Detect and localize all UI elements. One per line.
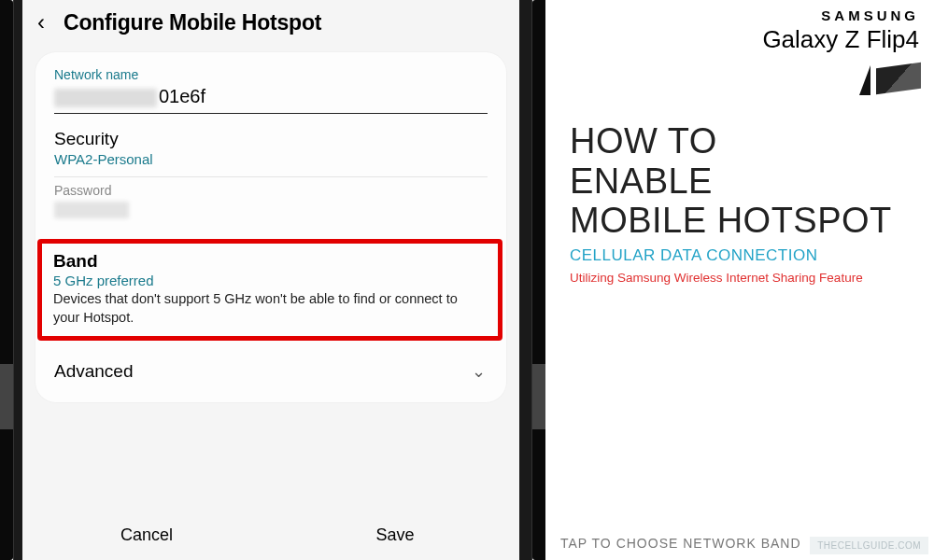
phone-illustration <box>570 65 921 95</box>
band-row-highlighted[interactable]: Band 5 GHz preferred Devices that don't … <box>37 239 502 341</box>
advanced-label: Advanced <box>54 361 134 382</box>
decoration-triangle <box>859 65 870 95</box>
phone-frame-right <box>532 0 545 560</box>
security-heading[interactable]: Security <box>54 129 488 149</box>
info-panel: SAMSUNG Galaxy Z Flip4 HOW TO ENABLE MOB… <box>560 0 934 560</box>
advanced-row[interactable]: Advanced ⌄ <box>54 348 488 397</box>
cancel-button[interactable]: Cancel <box>22 509 271 560</box>
decoration-flip <box>876 63 921 95</box>
headline-line-1: HOW TO <box>570 121 927 161</box>
subheading-red: Utilizing Samsung Wireless Internet Shar… <box>570 271 927 285</box>
chevron-down-icon: ⌄ <box>472 361 486 382</box>
headline-line-3: MOBILE HOTSPOT <box>570 201 927 241</box>
settings-header: ‹ Configure Mobile Hotspot <box>22 0 519 52</box>
page-title: Configure Mobile Hotspot <box>64 10 321 35</box>
divider <box>54 176 488 177</box>
phone-screen: ‹ Configure Mobile Hotspot Network name … <box>22 0 519 560</box>
headline-line-2: ENABLE <box>570 161 927 202</box>
save-button[interactable]: Save <box>271 509 519 560</box>
band-value: 5 GHz preferred <box>53 273 487 288</box>
back-icon[interactable]: ‹ <box>32 9 50 35</box>
brand-label: SAMSUNG <box>570 7 927 23</box>
network-name-label: Network name <box>54 67 488 82</box>
phone-frame-right-inner <box>519 0 532 560</box>
phone-hinge-left <box>0 364 13 429</box>
bottom-caption: TAP TO CHOOSE NETWORK BAND <box>560 536 801 551</box>
model-label: Galaxy Z Flip4 <box>570 25 927 54</box>
headline: HOW TO ENABLE MOBILE HOTSPOT <box>570 121 927 241</box>
subheading-blue: CELLULAR DATA CONNECTION <box>570 246 927 265</box>
phone-frame-left <box>0 0 13 560</box>
bottom-button-bar: Cancel Save <box>22 509 519 560</box>
watermark: THECELLGUIDE.COM <box>810 537 928 554</box>
phone-frame-left-inner <box>13 0 22 560</box>
phone-hinge-right <box>532 364 545 429</box>
hotspot-config-card: Network name 01e6f Security WPA2-Persona… <box>35 52 506 402</box>
security-value: WPA2-Personal <box>54 151 488 167</box>
network-name-suffix: 01e6f <box>159 86 205 106</box>
band-heading: Band <box>53 251 487 272</box>
network-name-input[interactable]: 01e6f <box>54 82 488 114</box>
band-description: Devices that don't support 5 GHz won't b… <box>53 290 487 327</box>
password-label[interactable]: Password <box>54 183 488 198</box>
network-name-redacted <box>54 89 157 107</box>
password-redacted <box>54 202 129 218</box>
